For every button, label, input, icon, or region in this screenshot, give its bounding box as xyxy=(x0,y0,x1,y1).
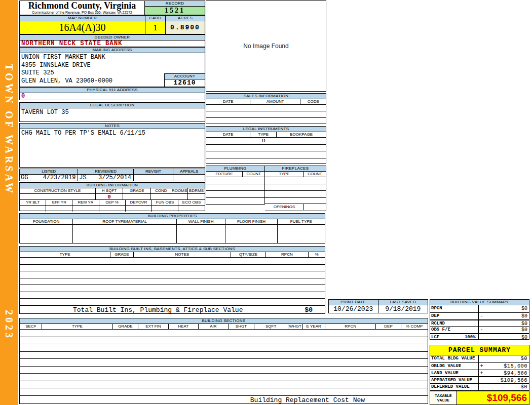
empty-row xyxy=(20,381,428,389)
record-box: RECORD 1521 xyxy=(145,1,205,15)
empty-row xyxy=(20,344,428,352)
bs-extfin-label: EXT FIN xyxy=(138,324,169,329)
print-date-value: 10/26/2023 xyxy=(329,305,378,313)
commissioner-line: Commissioner of the Revenue, PO Box 366,… xyxy=(20,11,144,15)
ecoobs-value xyxy=(178,206,205,212)
legal-instruments-header: DATE TYPE BOOKPAGE xyxy=(206,132,326,138)
bs-sqft-label: SQFT xyxy=(254,324,288,329)
building-info-value-row1: 0 xyxy=(20,194,205,200)
fireplaces-header: TYPE COUNT xyxy=(265,172,326,177)
record-label: RECORD xyxy=(145,1,205,7)
listed-date: 4/23/2019 xyxy=(43,175,76,181)
ps-row-land: LAND VALUE +$94,566 xyxy=(430,370,529,377)
rooms-value xyxy=(171,194,188,199)
bs-air-label: AIR xyxy=(199,324,229,329)
print-saved-box: PRINT DATE 10/26/2023 LAST SAVED 9/18/20… xyxy=(328,299,428,313)
building-information-box: BUILDING INFORMATION CONSTRUCTION STYLE … xyxy=(19,182,205,211)
construction-style-label: CONSTRUCTION STYLE xyxy=(20,188,96,193)
empty-row xyxy=(265,198,326,204)
bvs-rpcn-label: RPCN xyxy=(431,305,442,312)
fireplaces-box: FIREPLACES TYPE COUNT OPENINGS xyxy=(265,166,326,211)
bs-eyear-label: E YEAR xyxy=(303,324,325,329)
ps-row-obldg: OBLDG VALUE +$15,000 xyxy=(430,362,529,370)
hsqft-label: H SQFT xyxy=(96,188,124,193)
yrblt-label: YR BLT xyxy=(20,200,46,205)
building-sections-title: BUILDING SECTIONS xyxy=(20,318,428,324)
built-ins-total-value: $0 xyxy=(305,306,313,314)
card-value: 1 xyxy=(145,21,165,34)
tax-year: 2023 xyxy=(3,310,15,340)
county-header: Richmond County, Virginia Commissioner o… xyxy=(20,1,145,15)
empty-row xyxy=(20,374,428,381)
built-ins-title: BUILDING BUILT INS, BASEMENTS, ATTICS & … xyxy=(20,247,325,252)
ps-obldg-value: $15,000 xyxy=(504,363,527,370)
bs-comp-label: % COMP xyxy=(401,324,428,329)
legal-description-value: TAVERN LOT 35 xyxy=(20,108,205,116)
bs-type-label: TYPE xyxy=(42,324,112,329)
acres-label: ACRES xyxy=(166,16,205,21)
sales-amount-label: AMOUNT xyxy=(250,99,300,104)
bi-grade-label: GRADE xyxy=(110,252,133,257)
notes-value: CHG MAIL TO PER TP'S EMAIL 6/11/15 xyxy=(20,129,205,137)
funobs-value xyxy=(152,206,178,212)
mailing-line-1: UNION FIRST MARKET BANK xyxy=(21,54,205,62)
empty-row xyxy=(206,191,264,198)
legal-description-label: LEGAL DESCRIPTION xyxy=(20,103,205,108)
wall-finish-label: WALL FINISH xyxy=(177,219,225,224)
empty-row xyxy=(206,151,326,158)
bvs-dep-op: - xyxy=(480,313,483,319)
roof-label: ROOF TYPE/MATERIAL xyxy=(73,219,177,224)
empty-row xyxy=(20,330,428,337)
reviewed-date: 3/25/2014 xyxy=(98,175,131,181)
bvs-rclnd-label: RCLND xyxy=(431,320,445,327)
empty-row xyxy=(20,271,325,278)
map-number-value: 16A4(A)30 xyxy=(20,21,145,34)
map-number-label: MAP NUMBER xyxy=(20,16,145,21)
empty-row xyxy=(20,388,428,396)
bvs-row-lcf: LCF100% $0 xyxy=(430,333,529,340)
bvs-row-rpcn: RPCN $0 xyxy=(430,305,529,312)
parcel-summary-title: PARCEL SUMMARY xyxy=(430,345,529,355)
bvs-lcf-value: $0 xyxy=(521,334,527,340)
building-properties-values xyxy=(20,225,325,243)
ps-land-label: LAND VALUE xyxy=(430,370,479,377)
empty-row xyxy=(206,105,326,111)
empty-row xyxy=(20,285,325,292)
print-date-box: PRINT DATE 10/26/2023 xyxy=(329,300,378,313)
sales-information-title: SALES INFORMATION xyxy=(206,94,326,99)
deppct-value xyxy=(99,206,126,212)
sales-information-box: SALES INFORMATION DATE AMOUNT CODE xyxy=(206,93,326,124)
ps-row-total-bldg: TOTAL BLDG VALUE $0 xyxy=(430,355,529,362)
floor-finish-label: FLOOR FINISH xyxy=(225,219,277,224)
taxable-value-label: TAXABLE VALUE xyxy=(430,391,457,404)
empty-row xyxy=(20,359,428,367)
floor-finish-value xyxy=(225,225,277,243)
ps-total-bldg-label: TOTAL BLDG VALUE xyxy=(430,355,479,362)
rooms-label: ROOMS xyxy=(171,188,188,193)
openings-label: OPENINGS xyxy=(265,204,304,210)
empty-row xyxy=(265,177,326,184)
appeals-label: APPEALS xyxy=(173,169,205,174)
physical-911-label: PHYSICAL 911 ADDRESS xyxy=(20,88,205,93)
listed-cell: GG 4/23/2019 xyxy=(20,175,78,181)
town-name-vertical: TOWN OF WARSAW xyxy=(3,64,15,195)
li-date-label: DATE xyxy=(206,132,250,137)
plumbing-count-label: COUNT xyxy=(243,172,264,177)
building-properties-title: BUILDING PROPERTIES xyxy=(20,214,325,219)
fixture-label: FIXTURE xyxy=(206,172,243,177)
revisit-cell xyxy=(134,175,173,181)
bvs-dep-value: $0 xyxy=(521,313,527,319)
acres-box: ACRES 0.8900 xyxy=(166,16,205,34)
bdrms-label: BDRMS xyxy=(188,188,205,193)
appeals-cell xyxy=(173,175,205,181)
building-value-summary-box: BUILDING VALUE SUMMARY RPCN $0 DEP -$0 R… xyxy=(430,299,529,340)
empty-row xyxy=(20,367,428,374)
li-bookpage-value xyxy=(277,138,326,144)
building-value-summary-title: BUILDING VALUE SUMMARY xyxy=(430,300,529,305)
county-title: Richmond County, Virginia xyxy=(20,1,144,11)
bvs-obsfe-label: OBS F/E xyxy=(431,327,450,333)
li-type-value: D xyxy=(250,138,277,144)
bs-grade-label: GRADE xyxy=(113,324,139,329)
legal-instrument-row: D xyxy=(206,138,326,145)
notes-box: NOTES CHG MAIL TO PER TP'S EMAIL 6/11/15 xyxy=(19,123,205,168)
